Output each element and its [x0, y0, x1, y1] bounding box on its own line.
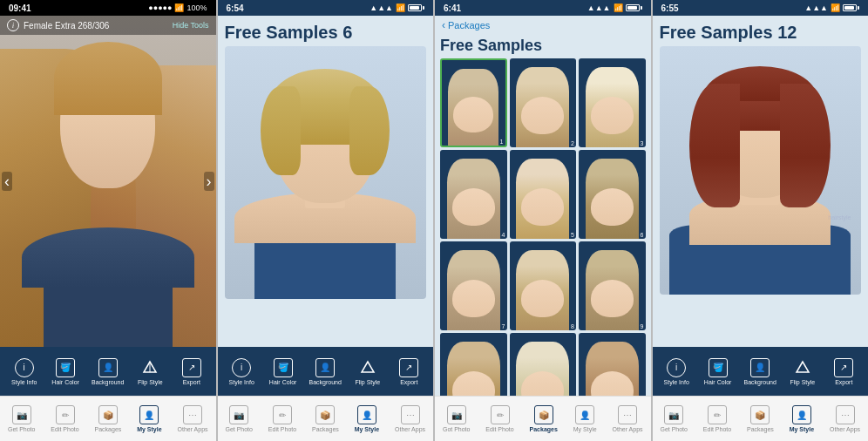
- grid-cell-4[interactable]: 4: [440, 150, 507, 239]
- my-style-nav-1[interactable]: 👤 My Style: [137, 405, 161, 432]
- hair-color-icon-1: 🪣: [56, 358, 75, 377]
- get-photo-nav-4[interactable]: 📷 Get Photo: [660, 405, 688, 432]
- grid-cell-11[interactable]: 11: [510, 333, 577, 396]
- hair-color-btn-4[interactable]: 🪣 Hair Color: [702, 358, 733, 385]
- phone-1: 09:41 ●●●●● 📶 100%: [0, 0, 218, 441]
- toolbar-1: i Style Info 🪣 Hair Color 👤 Background F…: [0, 347, 216, 396]
- grid-cell-9[interactable]: 9: [579, 241, 646, 330]
- svg-marker-2: [362, 362, 374, 372]
- edit-photo-nav-4[interactable]: ✏ Edit Photo: [703, 405, 731, 432]
- export-icon-2: ↗: [399, 358, 418, 377]
- packages-icon-3: 📦: [534, 405, 553, 424]
- other-apps-icon-4: ⋯: [836, 405, 855, 424]
- time-4: 6:55: [661, 3, 679, 13]
- hair-color-btn-1[interactable]: 🪣 Hair Color: [51, 358, 81, 385]
- camera-icon-1: 📷: [12, 405, 31, 424]
- edit-icon-2: ✏: [273, 405, 292, 424]
- edit-photo-nav-2[interactable]: ✏ Edit Photo: [268, 405, 296, 432]
- background-btn-1[interactable]: 👤 Background: [92, 358, 124, 385]
- get-photo-nav-3[interactable]: 📷 Got Photo: [443, 405, 471, 432]
- battery-3: [626, 4, 642, 11]
- get-photo-nav-2[interactable]: 📷 Get Photo: [225, 405, 253, 432]
- edit-icon-4: ✏: [708, 405, 727, 424]
- flip-style-icon-2: [358, 358, 377, 377]
- back-bar-3[interactable]: ‹ Packages: [435, 16, 651, 35]
- signal-2: ▲▲▲: [370, 3, 393, 12]
- my-style-nav-2[interactable]: 👤 My Style: [355, 405, 379, 432]
- status-bar-2: 6:54 ▲▲▲ 📶: [218, 0, 434, 16]
- toolbar-2: i Style Info 🪣 Hair Color 👤 Background F…: [218, 347, 434, 396]
- my-style-icon-4: 👤: [792, 405, 811, 424]
- wifi-2: 📶: [396, 3, 405, 12]
- packages-nav-4[interactable]: 📦 Packages: [747, 405, 774, 432]
- style-info-icon-4: i: [667, 358, 686, 377]
- grid-cell-5[interactable]: 5: [510, 150, 577, 239]
- grid-cell-12[interactable]: 12: [579, 333, 646, 396]
- grid-cell-2[interactable]: 2: [510, 58, 577, 147]
- background-icon-4: 👤: [750, 358, 770, 377]
- style-info-icon-2: i: [232, 358, 251, 377]
- signal-1: ●●●●●: [148, 3, 172, 12]
- flip-style-btn-2[interactable]: Flip Style: [352, 358, 383, 385]
- style-info-btn-2[interactable]: i Style Info: [227, 358, 257, 385]
- wifi-1: 📶: [174, 3, 184, 12]
- other-apps-icon-2: ⋯: [401, 405, 420, 424]
- hairstyle-grid: 1 2 3 4: [440, 58, 646, 396]
- phone3-title: Free Samples: [440, 37, 646, 55]
- my-style-nav-3[interactable]: 👤 My Style: [573, 405, 597, 432]
- grid-cell-7[interactable]: 7: [440, 241, 507, 330]
- grid-cell-10[interactable]: 10: [440, 333, 507, 396]
- export-icon-1: ↗: [182, 358, 201, 377]
- my-style-icon-2: 👤: [357, 405, 376, 424]
- background-btn-4[interactable]: 👤 Background: [744, 358, 776, 385]
- info-icon-1[interactable]: i: [7, 19, 19, 31]
- arrow-right-1[interactable]: ›: [204, 172, 214, 191]
- status-bar-1: 09:41 ●●●●● 📶 100%: [0, 0, 216, 16]
- time-3: 6:41: [444, 3, 461, 13]
- packages-nav-3[interactable]: 📦 Packages: [530, 405, 558, 432]
- background-btn-2[interactable]: 👤 Background: [309, 358, 342, 385]
- phone-4: 6:55 ▲▲▲ 📶 Free Samples 12: [653, 0, 869, 441]
- edit-photo-nav-3[interactable]: ✏ Edit Photo: [485, 405, 513, 432]
- export-btn-2[interactable]: ↗ Export: [394, 358, 424, 385]
- grid-cell-8[interactable]: 8: [510, 241, 577, 330]
- phone2-title: Free Samples 6: [225, 23, 427, 43]
- phone4-title: Free Samples 12: [660, 23, 862, 43]
- export-btn-4[interactable]: ↗ Export: [829, 358, 859, 385]
- other-apps-nav-2[interactable]: ⋯ Other Apps: [395, 405, 425, 432]
- style-info-btn-4[interactable]: i Style Info: [661, 358, 692, 385]
- hair-color-icon-2: 🪣: [274, 358, 293, 377]
- hair-color-btn-2[interactable]: 🪣 Hair Color: [268, 358, 298, 385]
- packages-nav-1[interactable]: 📦 Packages: [95, 405, 122, 432]
- flip-style-btn-1[interactable]: Flip Style: [135, 358, 166, 385]
- hide-tools-btn[interactable]: Hide Tools: [173, 21, 209, 30]
- arrow-left-1[interactable]: ‹: [2, 172, 12, 191]
- bottom-nav-1: 📷 Get Photo ✏ Edit Photo 📦 Packages 👤 My…: [0, 396, 216, 441]
- grid-cell-3[interactable]: 3: [579, 58, 646, 147]
- grid-cell-6[interactable]: 6: [579, 150, 646, 239]
- style-info-btn-1[interactable]: i Style Info: [9, 358, 39, 385]
- signal-3: ▲▲▲: [587, 3, 611, 12]
- other-apps-nav-4[interactable]: ⋯ Other Apps: [830, 405, 860, 432]
- packages-nav-2[interactable]: 📦 Packages: [312, 405, 339, 432]
- back-chevron-3: ‹: [442, 19, 445, 31]
- battery-4: [843, 4, 859, 11]
- wifi-4: 📶: [831, 3, 840, 12]
- time-1: 09:41: [9, 3, 31, 13]
- flip-style-btn-4[interactable]: Flip Style: [787, 358, 817, 385]
- battery-1: 100%: [186, 3, 207, 12]
- wifi-3: 📶: [614, 3, 623, 12]
- other-apps-nav-1[interactable]: ⋯ Other Apps: [178, 405, 208, 432]
- get-photo-nav-1[interactable]: 📷 Get Photo: [8, 405, 36, 432]
- export-btn-1[interactable]: ↗ Export: [176, 358, 207, 385]
- flip-style-icon-4: [793, 358, 812, 377]
- toolbar-4: i Style Info 🪣 Hair Color 👤 Background F…: [653, 347, 869, 396]
- edit-photo-nav-1[interactable]: ✏ Edit Photo: [51, 405, 78, 432]
- other-apps-icon-3: ⋯: [618, 405, 637, 424]
- grid-cell-1[interactable]: 1: [440, 58, 507, 147]
- time-2: 6:54: [227, 3, 244, 13]
- phone-3: 6:41 ▲▲▲ 📶 ‹ Packages Free Samples: [435, 0, 653, 441]
- grid-content-3: Free Samples 1 2: [435, 35, 651, 396]
- other-apps-nav-3[interactable]: ⋯ Other Apps: [613, 405, 643, 432]
- my-style-nav-4[interactable]: 👤 My Style: [790, 405, 814, 432]
